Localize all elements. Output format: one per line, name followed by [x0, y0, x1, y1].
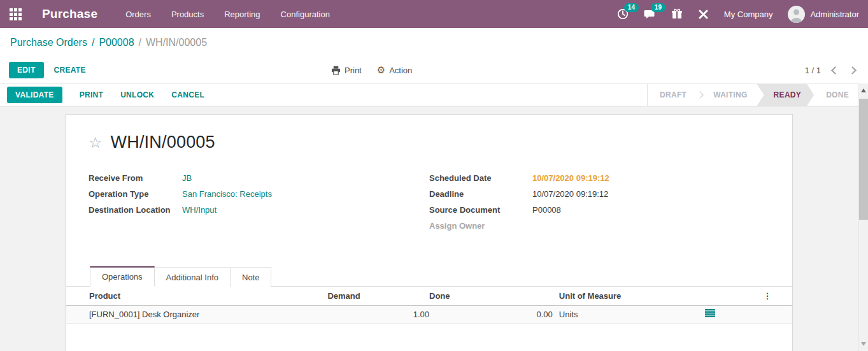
breadcrumb-current: WH/IN/00005 — [146, 37, 207, 48]
field-value-link[interactable]: JB — [182, 173, 192, 183]
validate-button[interactable]: VALIDATE — [7, 87, 62, 103]
message-badge: 19 — [651, 3, 665, 12]
cell-detailed-operations — [705, 305, 763, 323]
field-destination-location: Destination Location WH/Input — [89, 205, 429, 215]
detailed-operations-icon[interactable] — [705, 309, 715, 319]
messages-menu-button[interactable]: 19 — [644, 8, 656, 20]
field-group-left: Receive From JB Operation Type San Franc… — [89, 173, 429, 237]
field-label: Receive From — [89, 173, 182, 183]
form-sheet: ☆ WH/IN/00005 Receive From JB Operation … — [66, 114, 793, 351]
gift-icon — [671, 8, 683, 20]
cell-product: [FURN_0001] Desk Organizer — [66, 305, 327, 323]
status-ready[interactable]: READY — [757, 84, 815, 106]
statusbar-buttons: VALIDATE PRINT UNLOCK CANCEL — [7, 87, 204, 103]
avatar — [788, 6, 805, 23]
header-spacer — [705, 287, 763, 305]
header-demand: Demand — [327, 287, 429, 305]
field-source-document: Source Document P00008 — [429, 205, 770, 215]
pager-previous-icon[interactable] — [831, 66, 839, 75]
field-value-warning: 10/07/2020 09:19:12 — [532, 173, 609, 183]
status-done[interactable]: DONE — [816, 84, 858, 106]
table-row[interactable]: [FURN_0001] Desk Organizer 1.00 0.00 Uni… — [66, 305, 792, 323]
scrollbar-thumb[interactable] — [859, 99, 868, 220]
pager-value: 1 / 1 — [805, 66, 821, 75]
field-operation-type: Operation Type San Francisco: Receipts — [89, 189, 429, 199]
status-pipeline: DRAFT WAITING READY DONE — [647, 84, 858, 106]
nav-menu: Orders Products Reporting Configuration — [125, 10, 330, 19]
triangle-down-icon — [861, 342, 866, 346]
table-header-row: Product Demand Done Unit of Measure ⋮ — [66, 287, 792, 305]
action-label: Action — [389, 66, 412, 75]
app-title[interactable]: Purchase — [42, 7, 97, 21]
gear-icon: ⚙ — [377, 64, 385, 76]
nav-item-orders[interactable]: Orders — [125, 10, 151, 19]
nav-item-configuration[interactable]: Configuration — [281, 10, 330, 19]
pager-next-icon[interactable] — [848, 66, 857, 75]
print-menu-button[interactable]: Print — [331, 66, 362, 75]
field-value: 10/07/2020 09:19:12 — [532, 189, 608, 199]
field-scheduled-date: Scheduled Date 10/07/2020 09:19:12 — [429, 173, 770, 183]
title-row: ☆ WH/IN/00005 — [89, 133, 770, 152]
user-menu[interactable]: Administrator — [788, 6, 859, 23]
breadcrumb-purchase-orders[interactable]: Purchase Orders — [10, 37, 87, 48]
status-draft[interactable]: DRAFT — [650, 84, 696, 106]
print-button[interactable]: PRINT — [80, 90, 104, 99]
company-switcher[interactable]: My Company — [724, 10, 773, 19]
tab-note[interactable]: Note — [231, 267, 271, 287]
cell-uom: Units — [553, 305, 705, 323]
document-title: WH/IN/00005 — [111, 133, 215, 152]
user-name: Administrator — [810, 10, 859, 19]
unlock-button[interactable]: UNLOCK — [120, 90, 154, 99]
grid-icon — [10, 8, 22, 20]
breadcrumb: Purchase Orders / P00008 / WH/IN/00005 — [0, 28, 868, 57]
pager: 1 / 1 — [805, 66, 859, 75]
operations-table: Product Demand Done Unit of Measure ⋮ [F… — [66, 287, 792, 324]
field-label: Destination Location — [89, 205, 182, 215]
breadcrumb-p00008[interactable]: P00008 — [99, 37, 134, 48]
activity-menu-button[interactable]: 14 — [617, 8, 629, 20]
header-uom: Unit of Measure — [553, 287, 705, 305]
action-group: Print ⚙ Action — [331, 64, 412, 76]
field-value-link[interactable]: WH/Input — [182, 205, 217, 215]
scroll-down-button[interactable] — [859, 337, 868, 351]
scroll-up-button[interactable] — [859, 83, 868, 97]
create-button[interactable]: CREATE — [54, 66, 86, 75]
activity-badge: 14 — [624, 3, 639, 12]
field-label: Scheduled Date — [429, 173, 532, 183]
nav-right-group: 14 19 My Company — [617, 6, 859, 23]
statusbar: VALIDATE PRINT UNLOCK CANCEL DRAFT WAITI… — [0, 83, 858, 106]
nav-item-products[interactable]: Products — [171, 10, 204, 19]
gift-button[interactable] — [671, 8, 683, 20]
notebook-tabs: Operations Additional Info Note — [66, 266, 792, 287]
favorite-star-icon[interactable]: ☆ — [89, 135, 103, 150]
apps-menu-icon[interactable] — [0, 8, 31, 20]
field-label: Source Document — [429, 205, 532, 215]
cell-done: 0.00 — [429, 305, 553, 323]
top-navbar: Purchase Orders Products Reporting Confi… — [0, 0, 868, 28]
ellipsis-vertical-icon: ⋮ — [763, 291, 771, 301]
field-label: Operation Type — [89, 189, 182, 199]
printer-icon — [331, 66, 341, 75]
action-menu-button[interactable]: ⚙ Action — [377, 64, 413, 76]
control-panel: EDIT CREATE Print ⚙ Action 1 / 1 — [0, 57, 868, 83]
field-value-link[interactable]: San Francisco: Receipts — [182, 189, 272, 199]
edit-button[interactable]: EDIT — [9, 62, 44, 78]
cell-spacer — [763, 305, 792, 323]
tools-button[interactable] — [698, 9, 709, 20]
print-label: Print — [345, 66, 362, 75]
status-waiting[interactable]: WAITING — [704, 84, 757, 106]
tab-operations[interactable]: Operations — [90, 266, 155, 287]
nav-item-reporting[interactable]: Reporting — [224, 10, 260, 19]
tab-additional-info[interactable]: Additional Info — [155, 267, 231, 287]
cell-demand: 1.00 — [327, 305, 429, 323]
optional-columns-toggle[interactable]: ⋮ — [763, 287, 792, 305]
triangle-up-icon — [861, 89, 866, 92]
field-groups: Receive From JB Operation Type San Franc… — [89, 173, 770, 237]
chevron-right-icon — [697, 91, 704, 98]
vertical-scrollbar[interactable] — [858, 83, 868, 351]
header-product: Product — [66, 287, 327, 305]
breadcrumb-separator: / — [139, 37, 141, 48]
header-done: Done — [429, 287, 553, 305]
field-label: Assign Owner — [429, 221, 532, 231]
cancel-button[interactable]: CANCEL — [171, 90, 204, 99]
